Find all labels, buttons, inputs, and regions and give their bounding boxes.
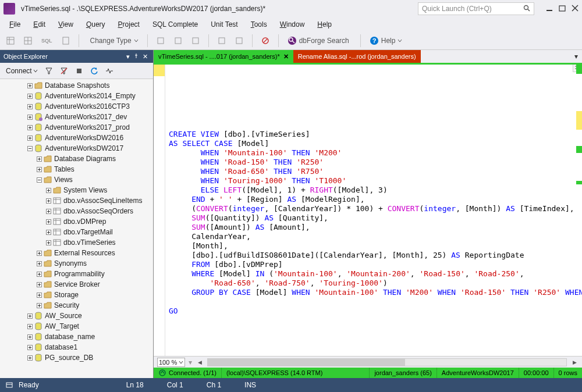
- tree-node[interactable]: AW_Source: [0, 311, 153, 321]
- close-button[interactable]: [572, 5, 579, 13]
- minimize-button[interactable]: [546, 5, 553, 13]
- panel-dropdown-icon[interactable]: ▾: [125, 53, 132, 60]
- tree-node[interactable]: AdventureWorks2016CTP3: [0, 101, 153, 112]
- tree-node[interactable]: dbo.vAssocSeqLineItems: [0, 195, 153, 206]
- tree-node[interactable]: Security: [0, 300, 153, 311]
- oe-activity-icon[interactable]: [103, 65, 116, 77]
- tree-toggle-icon[interactable]: [26, 102, 34, 111]
- tree-toggle-icon[interactable]: [26, 144, 34, 152]
- toolbar-table-icon[interactable]: [3, 34, 17, 47]
- tree-toggle-icon[interactable]: [35, 301, 43, 309]
- tree-toggle-icon[interactable]: [35, 270, 43, 278]
- tree-node[interactable]: AdventureWorksDW2016: [0, 133, 153, 143]
- tree-node[interactable]: Storage: [0, 290, 153, 300]
- tab-inactive[interactable]: Rename Alias.sql -...rod (jordan_sanders…: [293, 50, 421, 63]
- tree-node[interactable]: AW_Target: [0, 321, 153, 332]
- tab-overflow-dropdown[interactable]: ▾: [570, 50, 582, 63]
- tree-node[interactable]: Service Broker: [0, 279, 153, 290]
- tree-toggle-icon[interactable]: [44, 228, 52, 236]
- menu-unit-test[interactable]: Unit Test: [205, 19, 243, 30]
- tree-node[interactable]: database1: [0, 342, 153, 352]
- tree-node[interactable]: dbo.vAssocSeqOrders: [0, 206, 153, 216]
- toolbar-sql-icon[interactable]: SQL: [38, 34, 55, 47]
- toolbar-cancel-icon[interactable]: [258, 34, 272, 47]
- tree-toggle-icon[interactable]: [26, 92, 34, 100]
- tree-node[interactable]: External Resources: [0, 248, 153, 258]
- menu-edit[interactable]: Edit: [27, 19, 51, 30]
- menu-sqlcomplete[interactable]: SQL Complete: [147, 19, 204, 30]
- menu-view[interactable]: View: [52, 19, 79, 30]
- zoom-select[interactable]: 100 %: [157, 358, 185, 367]
- panel-pin-icon[interactable]: [132, 53, 141, 60]
- panel-close-icon[interactable]: ✕: [141, 53, 150, 60]
- tree-toggle-icon[interactable]: [35, 155, 43, 163]
- tree-toggle-icon[interactable]: [26, 322, 34, 330]
- change-type-dropdown[interactable]: Change Type: [85, 34, 141, 47]
- scroll-left-button[interactable]: ◀: [196, 359, 204, 365]
- tree-node[interactable]: AdventureWorks2017_dev: [0, 112, 153, 122]
- tree-toggle-icon[interactable]: [35, 280, 43, 288]
- tree-node[interactable]: Views: [0, 174, 153, 185]
- toolbar-icon-2[interactable]: [171, 34, 185, 47]
- tab-active[interactable]: vTimeSeries.sql - ....017 (jordan_sander…: [154, 50, 293, 63]
- menu-project[interactable]: Project: [112, 19, 146, 30]
- menu-help[interactable]: Help: [311, 19, 338, 30]
- toolbar-icon-3[interactable]: [189, 34, 203, 47]
- connect-dropdown[interactable]: Connect: [3, 66, 40, 76]
- help-dropdown[interactable]: ? Help: [367, 34, 406, 47]
- horizontal-scrollbar[interactable]: [207, 358, 567, 366]
- tree-toggle-icon[interactable]: [26, 312, 34, 320]
- tree-node[interactable]: Programmability: [0, 269, 153, 279]
- tree-toggle-icon[interactable]: [26, 81, 34, 90]
- scroll-right-button[interactable]: ▶: [570, 359, 579, 365]
- tree-node[interactable]: System Views: [0, 185, 153, 195]
- tree-node[interactable]: Synonyms: [0, 258, 153, 269]
- menu-tools[interactable]: Tools: [245, 19, 273, 30]
- tree-node[interactable]: AdventureWorksDW2017: [0, 143, 153, 154]
- tree-node[interactable]: database_name: [0, 332, 153, 342]
- maximize-button[interactable]: [559, 5, 566, 13]
- quick-launch-input[interactable]: Quick Launch (Ctrl+Q): [418, 2, 534, 15]
- tree-node[interactable]: Database Diagrams: [0, 154, 153, 164]
- tree-toggle-icon[interactable]: [26, 333, 34, 341]
- tree-toggle-icon[interactable]: [35, 176, 43, 184]
- close-icon[interactable]: ✕: [283, 53, 289, 60]
- menu-file[interactable]: File: [3, 19, 26, 30]
- tree-toggle-icon[interactable]: [35, 249, 43, 257]
- tree-toggle-icon[interactable]: [26, 354, 34, 362]
- tree-toggle-icon[interactable]: [26, 343, 34, 351]
- oe-refresh-icon[interactable]: [88, 65, 101, 77]
- toolbar-icon-1[interactable]: [154, 34, 168, 47]
- tree-node[interactable]: Database Snapshots: [0, 80, 153, 91]
- tree-toggle-icon[interactable]: [44, 197, 52, 205]
- oe-stop-icon[interactable]: [73, 65, 86, 77]
- tree-toggle-icon[interactable]: [35, 259, 43, 268]
- code-editor[interactable]: CREATE VIEW [dbo].[vTimeSeries]AS SELECT…: [154, 65, 582, 356]
- tree-node[interactable]: dbo.vTimeSeries: [0, 237, 153, 248]
- tree-toggle-icon[interactable]: [35, 291, 43, 299]
- oe-disconnect-icon[interactable]: [58, 65, 70, 77]
- tree-toggle-icon[interactable]: [26, 113, 34, 121]
- menu-window[interactable]: Window: [274, 19, 311, 30]
- tree-node[interactable]: dbo.vTargetMail: [0, 227, 153, 237]
- tree-node[interactable]: AdventureWorks2014_Empty: [0, 91, 153, 101]
- tree-toggle-icon[interactable]: [35, 165, 43, 173]
- tree-toggle-icon[interactable]: [44, 186, 52, 194]
- sql-code[interactable]: CREATE VIEW [dbo].[vTimeSeries]AS SELECT…: [169, 130, 582, 316]
- tree-toggle-icon[interactable]: [26, 123, 34, 131]
- toolbar-icon-4[interactable]: [215, 34, 229, 47]
- toolbar-script-icon[interactable]: [59, 34, 73, 47]
- tree-node[interactable]: AdventureWorks2017_prod: [0, 122, 153, 133]
- tree-toggle-icon[interactable]: [44, 238, 52, 247]
- menu-query[interactable]: Query: [80, 19, 111, 30]
- tree-toggle-icon[interactable]: [44, 207, 52, 215]
- dbforge-search-button[interactable]: dbForge Search: [285, 34, 354, 47]
- toolbar-icon-5[interactable]: [232, 34, 246, 47]
- tree-node[interactable]: PG_source_DB: [0, 352, 153, 363]
- oe-filter-icon[interactable]: [42, 65, 55, 77]
- tree-toggle-icon[interactable]: [26, 134, 34, 142]
- object-explorer-tree[interactable]: Database SnapshotsAdventureWorks2014_Emp…: [0, 79, 153, 378]
- tree-toggle-icon[interactable]: [44, 218, 52, 226]
- tree-node[interactable]: dbo.vDMPrep: [0, 216, 153, 227]
- tree-node[interactable]: Tables: [0, 164, 153, 174]
